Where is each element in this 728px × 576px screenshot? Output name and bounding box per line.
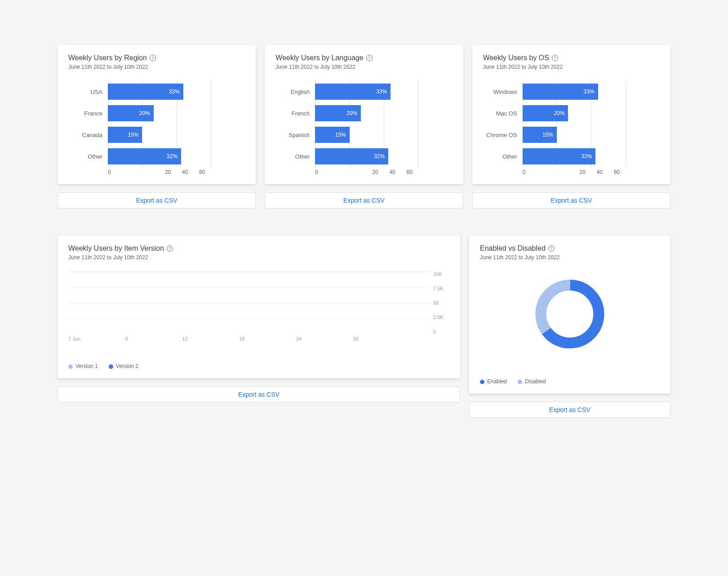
legend-label: Version 1 (75, 363, 98, 369)
card-os: Weekly Users by OS ? June 11th 2022 to J… (472, 45, 670, 184)
hbar-category-label: France (68, 102, 102, 124)
hbar-category-label: Other (68, 146, 102, 167)
hbar-bar: 15% (315, 127, 349, 143)
export-csv-button[interactable]: Export as CSV (58, 192, 256, 208)
hbar-bar: 15% (523, 127, 557, 143)
hbar-category-label: Windows (483, 81, 517, 102)
hbar-category-label: Other (275, 146, 310, 167)
export-csv-button[interactable]: Export as CSV (472, 192, 670, 208)
help-icon[interactable]: ? (548, 245, 555, 252)
card-version: Weekly Users by Item Version ? June 11th… (58, 235, 460, 378)
hbar-bar: 20% (108, 105, 154, 121)
hbar-bar: 33% (523, 84, 598, 100)
card-region: Weekly Users by Region ? June 11th 2022 … (58, 45, 256, 184)
chart-version: 1 Jun612182430 10K7.5K5K2.5K0 (68, 271, 449, 341)
help-icon[interactable]: ? (167, 245, 173, 252)
hbar-category-label: Mac OS (483, 102, 517, 124)
legend-dot-v1 (68, 364, 73, 369)
card-title-text: Weekly Users by OS (483, 54, 549, 62)
hbar-category-label: English (275, 81, 310, 102)
legend-version: Version 1 Version 2 (68, 363, 449, 369)
legend-label: Enabled (487, 378, 507, 385)
card-title-text: Weekly Users by Language (275, 54, 363, 62)
chart-language: EnglishFrenchSpanishOther33%20%15%32%020… (275, 81, 452, 175)
hbar-bar: 20% (315, 105, 361, 121)
card-title-text: Weekly Users by Item Version (68, 244, 164, 253)
hbar-bar: 33% (108, 84, 183, 100)
card-title-os: Weekly Users by OS ? (483, 54, 660, 62)
card-subtitle: June 11th 2022 to July 10th 2022 (480, 254, 660, 261)
export-csv-button[interactable]: Export as CSV (265, 192, 463, 208)
hbar-category-label: French (275, 102, 310, 124)
hbar-bar: 33% (315, 84, 391, 100)
hbar-category-label: Other (483, 146, 517, 167)
legend-dot-disabled (518, 380, 522, 384)
hbar-bar: 32% (108, 148, 181, 164)
hbar-category-label: Canada (68, 124, 102, 146)
chart-enabled (480, 271, 660, 357)
card-subtitle: June 11th 2022 to July 10th 2022 (68, 254, 449, 261)
help-icon[interactable]: ? (552, 55, 558, 61)
card-title-text: Enabled vs Disabled (480, 244, 546, 253)
help-icon[interactable]: ? (150, 55, 156, 61)
chart-region: USAFranceCanadaOther33%20%15%32%0204060 (68, 81, 245, 175)
card-title-region: Weekly Users by Region ? (68, 54, 245, 62)
export-csv-button[interactable]: Export as CSV (469, 402, 670, 418)
svg-point-1 (541, 285, 599, 343)
card-subtitle: June 11th 2022 to July 10th 2022 (68, 64, 245, 70)
card-subtitle: June 11th 2022 to July 10th 2022 (275, 64, 452, 70)
hbar-category-label: USA (68, 81, 102, 102)
hbar-bar: 20% (523, 105, 568, 121)
hbar-category-label: Spanish (275, 124, 310, 146)
chart-os: WindowsMac OSChrome OSOther33%20%15%32%0… (483, 81, 660, 175)
card-enabled: Enabled vs Disabled ? June 11th 2022 to … (469, 235, 670, 394)
card-title-language: Weekly Users by Language ? (275, 54, 452, 62)
legend-label: Version 2 (116, 363, 138, 369)
legend-dot-enabled (480, 380, 484, 384)
donut-chart (532, 276, 608, 352)
card-language: Weekly Users by Language ? June 11th 202… (265, 45, 463, 184)
card-title-text: Weekly Users by Region (68, 54, 147, 62)
card-subtitle: June 11th 2022 to July 10th 2022 (483, 64, 660, 70)
hbar-bar: 15% (108, 127, 142, 143)
card-title-version: Weekly Users by Item Version ? (68, 244, 449, 253)
help-icon[interactable]: ? (366, 55, 373, 61)
legend-enabled: Enabled Disabled (480, 378, 660, 385)
legend-label: Disabled (525, 378, 546, 385)
export-csv-button[interactable]: Export as CSV (58, 386, 460, 403)
legend-dot-v2 (109, 364, 113, 369)
hbar-bar: 32% (523, 148, 596, 164)
card-title-enabled: Enabled vs Disabled ? (480, 244, 660, 253)
hbar-category-label: Chrome OS (483, 124, 517, 146)
hbar-bar: 32% (315, 148, 388, 164)
